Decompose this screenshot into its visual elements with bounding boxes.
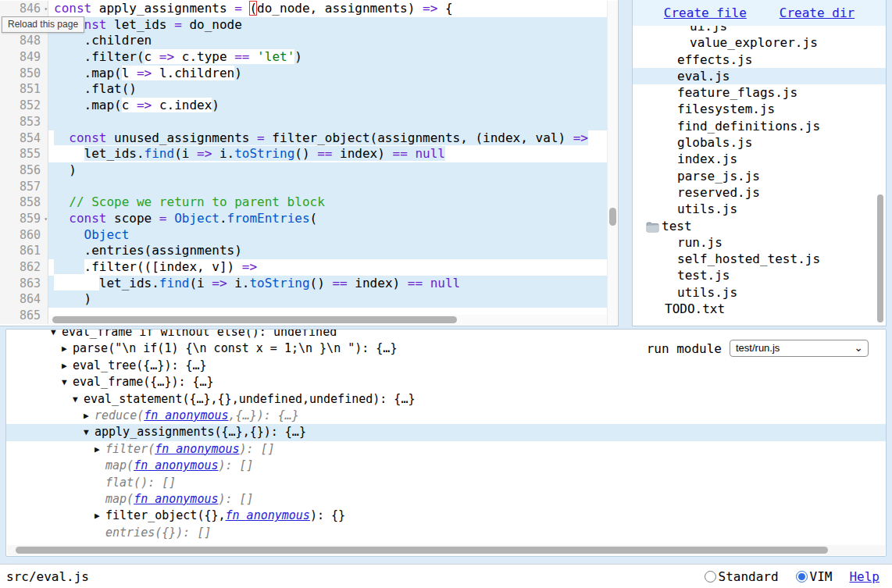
fn-anonymous-link[interactable]: fn anonymous	[226, 508, 310, 524]
create-file-link[interactable]: Create file	[664, 5, 747, 20]
code-text[interactable]	[48, 179, 607, 195]
file-tree-item[interactable]: effects.js	[633, 52, 886, 68]
code-line[interactable]: 863 let_ids.find(i => i.toString() == in…	[0, 276, 607, 292]
call-tree-row[interactable]: ▼eval_frame({…}): {…}	[6, 374, 886, 390]
run-module-select[interactable]: test/run.js ⌄	[730, 340, 869, 357]
triangle-right-icon[interactable]: ▶	[62, 358, 73, 374]
mode-option-standard[interactable]: Standard	[705, 569, 779, 584]
code-text[interactable]: .entries(assignments)	[48, 243, 607, 259]
code-text[interactable]: let_ids.find(i => i.toString() == index)…	[48, 146, 607, 162]
code-lines[interactable]: 846▾const apply_assignments = (do_node, …	[0, 1, 607, 324]
call-tree-row[interactable]: ▶eval_tree({…}): {…}	[6, 358, 886, 374]
code-text[interactable]: // Scope we return to parent block	[48, 194, 607, 211]
file-tree-item[interactable]: globals.js	[633, 134, 886, 151]
fn-anonymous-link[interactable]: fn anonymous	[144, 408, 228, 424]
file-tree-folder[interactable]: test	[633, 218, 886, 234]
fold-arrow-icon[interactable]: ▾	[41, 212, 48, 228]
code-text[interactable]: const scope = Object.fromEntries(	[48, 211, 607, 227]
mode-option-vim[interactable]: VIM	[796, 569, 833, 584]
code-line[interactable]: 860 Object	[0, 227, 607, 244]
file-tree-item[interactable]: utils.js	[633, 284, 886, 301]
code-line[interactable]: 864 )	[0, 291, 607, 308]
code-text[interactable]: .map(l => l.children)	[48, 66, 607, 82]
triangle-down-icon[interactable]: ▼	[73, 391, 84, 408]
code-text[interactable]: Object	[48, 227, 607, 244]
editor-vertical-scrollbar-thumb[interactable]	[609, 208, 616, 226]
call-tree-row[interactable]: flat(): []	[6, 475, 886, 491]
fn-anonymous-link[interactable]: fn anonymous	[134, 458, 218, 474]
call-tree-row[interactable]: ▶filter(fn anonymous): []	[6, 441, 886, 458]
call-tree-row[interactable]: map(fn anonymous): []	[6, 458, 886, 474]
triangle-right-icon[interactable]: ▶	[84, 408, 95, 424]
code-line[interactable]: 848 .children	[0, 33, 607, 49]
vim-radio[interactable]	[796, 571, 808, 583]
file-tree-item[interactable]: run.js	[633, 234, 886, 251]
code-line[interactable]: 859▾ const scope = Object.fromEntries(	[0, 211, 607, 227]
file-tree-item[interactable]: value_explorer.js	[633, 34, 886, 51]
code-text[interactable]: )	[48, 162, 607, 179]
code-text[interactable]: )	[48, 291, 607, 308]
fn-anonymous-link[interactable]: fn anonymous	[134, 491, 218, 508]
file-tree-item[interactable]: eval.js	[633, 68, 886, 84]
code-text[interactable]: let_ids.find(i => i.toString() == index)…	[48, 276, 607, 292]
editor-vertical-scrollbar[interactable]	[607, 1, 617, 325]
file-tree-item[interactable]: parse_js.js	[633, 168, 886, 184]
triangle-down-icon[interactable]: ▼	[51, 329, 62, 340]
files-vertical-scrollbar[interactable]	[876, 1, 885, 325]
code-line[interactable]: 858 // Scope we return to parent block	[0, 194, 607, 211]
triangle-right-icon[interactable]: ▶	[95, 441, 105, 458]
call-tree-row[interactable]: entries({}): []	[6, 525, 886, 541]
call-tree-row[interactable]: ▼eval_statement({…},{},undefined,undefin…	[6, 391, 886, 408]
code-line[interactable]: 846▾const apply_assignments = (do_node, …	[0, 1, 607, 17]
create-dir-link[interactable]: Create dir	[780, 5, 855, 20]
file-tree-item[interactable]: find_definitions.js	[633, 118, 886, 134]
file-tree-item[interactable]: TODO.txt	[633, 301, 886, 317]
triangle-right-icon[interactable]: ▶	[62, 340, 73, 357]
code-text[interactable]: const apply_assignments = (do_node, assi…	[48, 1, 607, 17]
code-text[interactable]: const let_ids = do_node	[48, 17, 607, 34]
file-tree-item[interactable]: utils.js	[633, 201, 886, 217]
code-text[interactable]: .flat()	[48, 81, 607, 98]
calltree-horizontal-scrollbar-thumb[interactable]	[16, 547, 828, 554]
code-line[interactable]: 853	[0, 114, 607, 130]
code-text[interactable]: .map(c => c.index)	[48, 98, 607, 114]
standard-radio[interactable]	[705, 571, 716, 583]
call-tree-row[interactable]: ▼apply_assignments({…},{}): {…}	[6, 424, 886, 440]
code-line[interactable]: 847 const let_ids = do_node	[0, 17, 607, 34]
code-text[interactable]: .filter(([index, v]) =>	[48, 259, 607, 276]
code-line[interactable]: 862 .filter(([index, v]) =>	[0, 259, 607, 276]
triangle-right-icon[interactable]: ▶	[95, 508, 105, 524]
code-line[interactable]: 857	[0, 179, 607, 195]
code-line[interactable]: 855 let_ids.find(i => i.toString() == in…	[0, 146, 607, 162]
fn-anonymous-link[interactable]: fn anonymous	[155, 441, 239, 458]
code-line[interactable]: 852 .map(c => c.index)	[0, 98, 607, 114]
code-text[interactable]: .filter(c => c.type == 'let')	[48, 49, 607, 66]
code-line[interactable]: 861 .entries(assignments)	[0, 243, 607, 259]
code-line[interactable]: 854 const unused_assignments = filter_ob…	[0, 130, 607, 147]
help-link[interactable]: Help	[849, 569, 880, 584]
code-text[interactable]	[48, 114, 607, 130]
call-tree-row[interactable]: ▶filter_object({},fn anonymous): {}	[6, 508, 886, 524]
file-tree-item[interactable]: test.js	[633, 267, 886, 283]
file-tree-item[interactable]: feature_flags.js	[633, 84, 886, 101]
code-text[interactable]: .children	[48, 33, 607, 49]
editor-horizontal-scrollbar-thumb[interactable]	[52, 316, 457, 323]
editor-horizontal-scrollbar[interactable]	[49, 315, 607, 325]
files-vertical-scrollbar-thumb[interactable]	[877, 194, 883, 323]
code-text[interactable]: const unused_assignments = filter_object…	[48, 130, 607, 147]
file-tree-item[interactable]: reserved.js	[633, 184, 886, 201]
code-line[interactable]: 850 .map(l => l.children)	[0, 66, 607, 82]
file-tree-item[interactable]: filesystem.js	[633, 101, 886, 117]
call-tree-row[interactable]: ▶reduce(fn anonymous,{…}): {…}	[6, 408, 886, 424]
code-line[interactable]: 849 .filter(c => c.type == 'let')	[0, 49, 607, 66]
call-tree-row[interactable]: map(fn anonymous): []	[6, 491, 886, 508]
code-line[interactable]: 851 .flat()	[0, 81, 607, 98]
code-line[interactable]: 856 )	[0, 162, 607, 179]
triangle-down-icon[interactable]: ▼	[84, 424, 95, 440]
file-tree-item[interactable]: self_hosted_test.js	[633, 251, 886, 267]
calltree-horizontal-scrollbar[interactable]	[7, 545, 885, 555]
code-editor-panel[interactable]: 846▾const apply_assignments = (do_node, …	[0, 0, 619, 326]
file-tree-item[interactable]: index.js	[633, 151, 886, 167]
triangle-down-icon[interactable]: ▼	[62, 374, 73, 390]
fold-arrow-icon[interactable]: ▾	[41, 2, 48, 18]
